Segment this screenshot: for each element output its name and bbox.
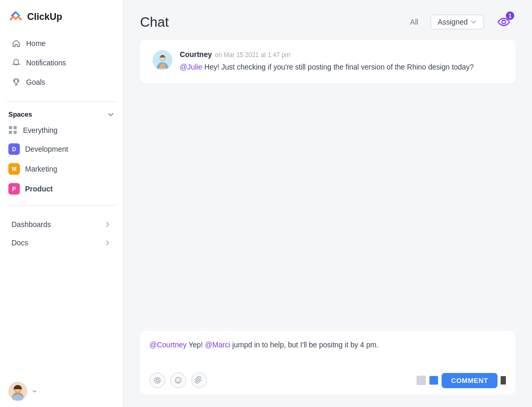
development-avatar: D xyxy=(8,143,20,155)
logo[interactable]: ClickUp xyxy=(0,0,123,31)
trophy-icon xyxy=(11,77,21,87)
reply-text[interactable]: @Courtney Yep! @Marci jumpd in to help, … xyxy=(149,339,506,365)
user-chevron-icon xyxy=(31,388,38,394)
comment-button[interactable]: COMMENT xyxy=(442,373,498,388)
spaces-label: Spaces xyxy=(8,110,32,118)
message-author: Courtney xyxy=(180,50,212,59)
sidebar: ClickUp Home Notifications xyxy=(0,0,123,407)
sidebar-item-development[interactable]: D Development xyxy=(2,139,121,159)
sidebar-item-notifications[interactable]: Notifications xyxy=(3,53,120,72)
space-everything-label: Everything xyxy=(23,126,57,134)
sidebar-item-dashboards[interactable]: Dashboards xyxy=(3,216,120,233)
table-row: Courtney on Mar 15 2021 at 1:47 pm @Juli… xyxy=(140,40,515,83)
svg-point-9 xyxy=(156,379,159,382)
reply-mention2: @Marci xyxy=(205,341,230,349)
svg-point-11 xyxy=(177,379,178,380)
space-marketing-label: Marketing xyxy=(25,165,57,173)
notification-badge: 1 xyxy=(506,12,514,20)
emoji-button[interactable] xyxy=(170,372,186,388)
paperclip-icon xyxy=(195,376,203,385)
message-meta: Courtney on Mar 15 2021 at 1:47 pm xyxy=(180,50,503,59)
clickup-logo-icon xyxy=(8,9,23,24)
filter-assigned-label: Assigned xyxy=(437,18,468,26)
divider2 xyxy=(6,205,117,206)
home-icon xyxy=(11,39,21,48)
notifications-eye-button[interactable]: 1 xyxy=(492,10,515,33)
chat-header: Chat All Assigned 1 xyxy=(123,0,532,40)
at-icon xyxy=(153,376,161,385)
assigned-chevron-icon xyxy=(470,18,477,26)
avatar xyxy=(8,382,27,401)
cursor-indicator xyxy=(501,376,506,385)
reply-area: @Courtney Yep! @Marci jumpd in to help, … xyxy=(140,331,515,394)
filter-all[interactable]: All xyxy=(406,16,423,28)
attach-button[interactable] xyxy=(191,372,207,388)
svg-point-4 xyxy=(502,20,506,24)
spaces-header[interactable]: Spaces xyxy=(0,105,123,121)
divider xyxy=(6,101,117,102)
reply-text2: jumpd in to help, but I'll be positng it… xyxy=(230,341,379,349)
reply-mention1: @Courtney xyxy=(149,341,187,349)
message-time: on Mar 15 2021 at 1:47 pm xyxy=(215,51,290,59)
app-name: ClickUp xyxy=(27,12,62,22)
message-content: Courtney on Mar 15 2021 at 1:47 pm @Juli… xyxy=(180,50,503,73)
spaces-list: Everything D Development M Marketing P P… xyxy=(0,121,123,199)
chevron-down-icon xyxy=(107,111,114,118)
chat-messages: Courtney on Mar 15 2021 at 1:47 pm @Juli… xyxy=(123,40,532,331)
bell-icon xyxy=(11,58,21,67)
color-swatch-1[interactable] xyxy=(417,376,426,385)
chevron-right-docs-icon xyxy=(104,239,111,246)
everything-grid-icon xyxy=(8,126,18,135)
sidebar-item-product[interactable]: P Product xyxy=(2,179,121,199)
sidebar-item-everything[interactable]: Everything xyxy=(2,121,121,139)
color-swatch-2[interactable] xyxy=(429,376,438,385)
chevron-right-icon xyxy=(104,221,111,228)
reply-tools-left xyxy=(149,372,207,388)
marketing-avatar: M xyxy=(8,163,20,175)
svg-point-12 xyxy=(179,379,180,380)
docs-label: Docs xyxy=(11,239,28,247)
mention: @Julie xyxy=(180,63,202,71)
sidebar-item-goals[interactable]: Goals xyxy=(3,73,120,92)
sidebar-item-home[interactable]: Home xyxy=(3,34,120,53)
user-profile[interactable] xyxy=(0,376,123,407)
reply-text1: Yep! xyxy=(187,341,205,349)
product-avatar: P xyxy=(8,183,20,195)
dashboards-label: Dashboards xyxy=(11,220,51,229)
main-nav: Home Notifications Goals xyxy=(0,31,123,98)
page-title: Chat xyxy=(140,14,398,30)
reply-toolbar: COMMENT xyxy=(149,372,506,388)
space-development-label: Development xyxy=(25,145,68,153)
reply-tools-right: COMMENT xyxy=(417,373,506,388)
courtney-avatar xyxy=(153,50,172,70)
sidebar-item-marketing[interactable]: M Marketing xyxy=(2,159,121,179)
sidebar-item-home-label: Home xyxy=(26,39,45,48)
sidebar-item-goals-label: Goals xyxy=(26,78,45,86)
footer-nav: Dashboards Docs xyxy=(0,213,123,254)
sidebar-item-notifications-label: Notifications xyxy=(26,59,66,67)
emoji-icon xyxy=(174,376,182,385)
mention-button[interactable] xyxy=(149,372,165,388)
sidebar-item-docs[interactable]: Docs xyxy=(3,234,120,252)
message-text: @Julie Hey! Just checking if you're stil… xyxy=(180,62,503,73)
space-product-label: Product xyxy=(25,185,53,193)
filter-assigned-dropdown[interactable]: Assigned xyxy=(431,15,484,29)
main-content: Chat All Assigned 1 xyxy=(123,0,532,407)
